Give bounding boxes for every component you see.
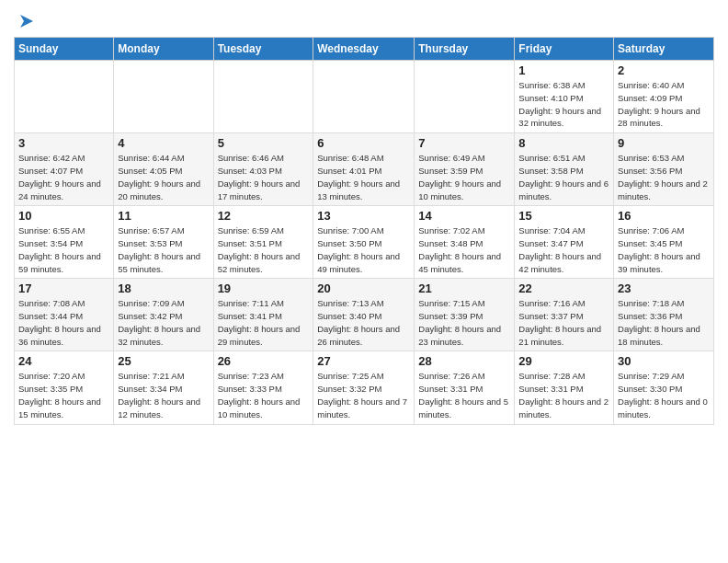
day-number: 16 <box>618 209 710 223</box>
day-info: Sunrise: 6:40 AM Sunset: 4:09 PM Dayligh… <box>618 79 710 130</box>
day-number: 9 <box>618 136 710 150</box>
day-header-thursday: Thursday <box>415 38 515 61</box>
calendar-cell: 17Sunrise: 7:08 AM Sunset: 3:44 PM Dayli… <box>15 279 114 351</box>
calendar-cell: 19Sunrise: 7:11 AM Sunset: 3:41 PM Dayli… <box>213 279 313 351</box>
day-info: Sunrise: 7:11 AM Sunset: 3:41 PM Dayligh… <box>218 297 310 348</box>
day-info: Sunrise: 6:51 AM Sunset: 3:58 PM Dayligh… <box>518 152 609 202</box>
day-info: Sunrise: 7:16 AM Sunset: 3:37 PM Dayligh… <box>518 297 609 348</box>
day-info: Sunrise: 7:00 AM Sunset: 3:50 PM Dayligh… <box>317 224 410 275</box>
calendar-cell: 5Sunrise: 6:46 AM Sunset: 4:03 PM Daylig… <box>213 133 313 206</box>
day-number: 29 <box>518 354 609 368</box>
calendar-cell: 6Sunrise: 6:48 AM Sunset: 4:01 PM Daylig… <box>313 133 415 206</box>
logo-text-block <box>14 9 36 29</box>
calendar-cell: 8Sunrise: 6:51 AM Sunset: 3:58 PM Daylig… <box>515 133 614 206</box>
day-info: Sunrise: 7:09 AM Sunset: 3:42 PM Dayligh… <box>118 297 209 348</box>
day-info: Sunrise: 7:28 AM Sunset: 3:31 PM Dayligh… <box>518 370 609 420</box>
day-header-saturday: Saturday <box>614 38 714 61</box>
calendar-cell: 23Sunrise: 7:18 AM Sunset: 3:36 PM Dayli… <box>614 279 714 351</box>
day-number: 26 <box>218 354 310 368</box>
day-info: Sunrise: 7:06 AM Sunset: 3:45 PM Dayligh… <box>618 224 710 275</box>
calendar-cell <box>415 61 515 133</box>
calendar-week-row: 3Sunrise: 6:42 AM Sunset: 4:07 PM Daylig… <box>15 133 714 206</box>
calendar-cell: 16Sunrise: 7:06 AM Sunset: 3:45 PM Dayli… <box>614 206 714 279</box>
calendar-week-row: 17Sunrise: 7:08 AM Sunset: 3:44 PM Dayli… <box>15 279 714 351</box>
day-info: Sunrise: 6:38 AM Sunset: 4:10 PM Dayligh… <box>518 79 609 130</box>
calendar-cell: 26Sunrise: 7:23 AM Sunset: 3:33 PM Dayli… <box>213 351 313 424</box>
day-info: Sunrise: 6:44 AM Sunset: 4:05 PM Dayligh… <box>118 152 209 202</box>
day-info: Sunrise: 6:55 AM Sunset: 3:54 PM Dayligh… <box>18 224 109 275</box>
calendar-cell: 1Sunrise: 6:38 AM Sunset: 4:10 PM Daylig… <box>515 61 614 133</box>
day-number: 25 <box>118 354 209 368</box>
day-number: 8 <box>518 136 609 150</box>
day-info: Sunrise: 6:48 AM Sunset: 4:01 PM Dayligh… <box>317 152 410 202</box>
calendar-cell: 12Sunrise: 6:59 AM Sunset: 3:51 PM Dayli… <box>213 206 313 279</box>
logo-name <box>14 9 36 31</box>
day-number: 14 <box>418 209 510 223</box>
day-number: 15 <box>518 209 609 223</box>
day-number: 2 <box>618 63 710 77</box>
day-info: Sunrise: 7:29 AM Sunset: 3:30 PM Dayligh… <box>618 370 710 420</box>
day-info: Sunrise: 6:42 AM Sunset: 4:07 PM Dayligh… <box>18 152 109 202</box>
day-number: 4 <box>118 136 209 150</box>
day-info: Sunrise: 6:46 AM Sunset: 4:03 PM Dayligh… <box>218 152 310 202</box>
day-header-wednesday: Wednesday <box>313 38 415 61</box>
day-info: Sunrise: 6:57 AM Sunset: 3:53 PM Dayligh… <box>118 224 209 275</box>
day-info: Sunrise: 7:25 AM Sunset: 3:32 PM Dayligh… <box>317 370 410 420</box>
calendar-table: SundayMondayTuesdayWednesdayThursdayFrid… <box>14 37 714 424</box>
day-number: 6 <box>317 136 410 150</box>
page-header <box>14 9 714 29</box>
day-number: 27 <box>317 354 410 368</box>
day-info: Sunrise: 6:49 AM Sunset: 3:59 PM Dayligh… <box>418 152 510 202</box>
calendar-cell: 10Sunrise: 6:55 AM Sunset: 3:54 PM Dayli… <box>15 206 114 279</box>
calendar-week-row: 1Sunrise: 6:38 AM Sunset: 4:10 PM Daylig… <box>15 61 714 133</box>
logo <box>14 9 36 29</box>
calendar-cell: 24Sunrise: 7:20 AM Sunset: 3:35 PM Dayli… <box>15 351 114 424</box>
calendar-cell <box>15 61 114 133</box>
day-number: 11 <box>118 209 209 223</box>
day-info: Sunrise: 7:20 AM Sunset: 3:35 PM Dayligh… <box>18 370 109 420</box>
day-info: Sunrise: 7:26 AM Sunset: 3:31 PM Dayligh… <box>418 370 510 420</box>
day-info: Sunrise: 7:23 AM Sunset: 3:33 PM Dayligh… <box>218 370 310 420</box>
calendar-cell: 29Sunrise: 7:28 AM Sunset: 3:31 PM Dayli… <box>515 351 614 424</box>
day-header-sunday: Sunday <box>15 38 114 61</box>
day-number: 12 <box>218 209 310 223</box>
logo-icon <box>15 11 35 31</box>
calendar-cell: 28Sunrise: 7:26 AM Sunset: 3:31 PM Dayli… <box>415 351 515 424</box>
day-number: 1 <box>518 63 609 77</box>
day-info: Sunrise: 7:08 AM Sunset: 3:44 PM Dayligh… <box>18 297 109 348</box>
calendar-cell: 18Sunrise: 7:09 AM Sunset: 3:42 PM Dayli… <box>114 279 213 351</box>
calendar-cell <box>114 61 213 133</box>
calendar-cell: 4Sunrise: 6:44 AM Sunset: 4:05 PM Daylig… <box>114 133 213 206</box>
day-info: Sunrise: 7:04 AM Sunset: 3:47 PM Dayligh… <box>518 224 609 275</box>
calendar-cell: 20Sunrise: 7:13 AM Sunset: 3:40 PM Dayli… <box>313 279 415 351</box>
day-info: Sunrise: 7:13 AM Sunset: 3:40 PM Dayligh… <box>317 297 410 348</box>
day-number: 24 <box>18 354 109 368</box>
day-number: 13 <box>317 209 410 223</box>
calendar-week-row: 24Sunrise: 7:20 AM Sunset: 3:35 PM Dayli… <box>15 351 714 424</box>
calendar-cell: 13Sunrise: 7:00 AM Sunset: 3:50 PM Dayli… <box>313 206 415 279</box>
day-number: 19 <box>218 282 310 295</box>
calendar-week-row: 10Sunrise: 6:55 AM Sunset: 3:54 PM Dayli… <box>15 206 714 279</box>
day-number: 7 <box>418 136 510 150</box>
day-number: 3 <box>18 136 109 150</box>
day-number: 22 <box>518 282 609 295</box>
day-header-monday: Monday <box>114 38 213 61</box>
calendar-cell: 3Sunrise: 6:42 AM Sunset: 4:07 PM Daylig… <box>15 133 114 206</box>
main-container: SundayMondayTuesdayWednesdayThursdayFrid… <box>0 0 728 430</box>
day-header-tuesday: Tuesday <box>213 38 313 61</box>
calendar-cell: 22Sunrise: 7:16 AM Sunset: 3:37 PM Dayli… <box>515 279 614 351</box>
svg-marker-0 <box>20 15 33 28</box>
day-number: 23 <box>618 282 710 295</box>
calendar-cell <box>313 61 415 133</box>
calendar-cell: 30Sunrise: 7:29 AM Sunset: 3:30 PM Dayli… <box>614 351 714 424</box>
calendar-header-row: SundayMondayTuesdayWednesdayThursdayFrid… <box>15 38 714 61</box>
day-info: Sunrise: 6:59 AM Sunset: 3:51 PM Dayligh… <box>218 224 310 275</box>
calendar-cell: 7Sunrise: 6:49 AM Sunset: 3:59 PM Daylig… <box>415 133 515 206</box>
day-info: Sunrise: 7:18 AM Sunset: 3:36 PM Dayligh… <box>618 297 710 348</box>
day-info: Sunrise: 7:02 AM Sunset: 3:48 PM Dayligh… <box>418 224 510 275</box>
calendar-cell <box>213 61 313 133</box>
day-number: 17 <box>18 282 109 295</box>
calendar-cell: 21Sunrise: 7:15 AM Sunset: 3:39 PM Dayli… <box>415 279 515 351</box>
calendar-cell: 15Sunrise: 7:04 AM Sunset: 3:47 PM Dayli… <box>515 206 614 279</box>
day-info: Sunrise: 6:53 AM Sunset: 3:56 PM Dayligh… <box>618 152 710 202</box>
